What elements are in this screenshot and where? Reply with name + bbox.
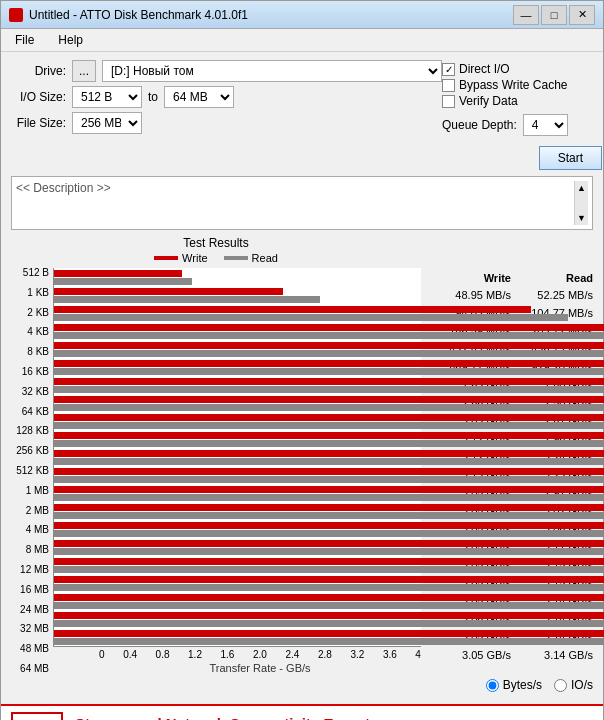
bar-row <box>54 610 421 628</box>
drive-label: Drive: <box>11 64 66 78</box>
write-legend: Write <box>154 252 207 264</box>
y-label: 12 MB <box>11 565 49 575</box>
title-controls: — □ ✕ <box>513 5 595 25</box>
bar-row <box>54 340 421 358</box>
bypass-cache-label: Bypass Write Cache <box>459 78 568 92</box>
write-bar <box>54 432 604 439</box>
y-label: 2 KB <box>11 308 49 318</box>
read-legend: Read <box>224 252 278 264</box>
io-to-label: to <box>148 90 158 104</box>
menu-help[interactable]: Help <box>52 31 89 49</box>
write-value: 3.05 GB/s <box>429 649 511 661</box>
bar-row <box>54 556 421 574</box>
bytes-radio-row: Bytes/s <box>486 678 542 692</box>
app-icon <box>9 8 23 22</box>
io-size-from-select[interactable]: 512 B <box>72 86 142 108</box>
x-label: 2.8 <box>318 649 332 660</box>
bar-row <box>54 358 421 376</box>
bars-area <box>53 268 421 647</box>
bar-row <box>54 430 421 448</box>
browse-button[interactable]: ... <box>72 60 96 82</box>
y-label: 256 KB <box>11 446 49 456</box>
footer-main-text: Storage and Network Connectivity Experts <box>75 715 378 721</box>
direct-io-checkbox[interactable]: ✓ <box>442 63 455 76</box>
queue-depth-select[interactable]: 4 <box>523 114 568 136</box>
description-scrollbar[interactable]: ▲ ▼ <box>574 181 588 225</box>
y-label: 48 MB <box>11 644 49 654</box>
io-size-to-select[interactable]: 64 MB <box>164 86 234 108</box>
read-bar <box>54 314 568 321</box>
y-label: 16 MB <box>11 585 49 595</box>
footer-text: Storage and Network Connectivity Experts… <box>75 715 378 721</box>
bar-row <box>54 448 421 466</box>
y-label: 512 B <box>11 268 49 278</box>
description-placeholder: << Description >> <box>16 181 111 195</box>
y-label: 32 MB <box>11 624 49 634</box>
y-label: 128 KB <box>11 426 49 436</box>
read-bar <box>54 620 604 627</box>
read-bar <box>54 458 604 465</box>
file-size-select[interactable]: 256 MB <box>72 112 142 134</box>
write-bar <box>54 576 604 583</box>
write-legend-color <box>154 256 178 260</box>
right-options: ✓ Direct I/O Bypass Write Cache Verify D… <box>442 60 602 170</box>
table-row: 48.95 MB/s52.25 MB/s <box>429 286 593 304</box>
start-button[interactable]: Start <box>539 146 602 170</box>
y-label: 8 KB <box>11 347 49 357</box>
write-bar <box>54 324 604 331</box>
bar-row <box>54 304 421 322</box>
chart-container: 512 B1 KB2 KB4 KB8 KB16 KB32 KB64 KB128 … <box>11 268 421 674</box>
y-label: 512 KB <box>11 466 49 476</box>
y-label: 1 MB <box>11 486 49 496</box>
y-label: 64 MB <box>11 664 49 674</box>
y-label: 24 MB <box>11 605 49 615</box>
bypass-cache-checkbox[interactable] <box>442 79 455 92</box>
x-axis-title: Transfer Rate - GB/s <box>53 662 421 674</box>
bypass-cache-row: Bypass Write Cache <box>442 78 602 92</box>
io-radio[interactable] <box>554 679 567 692</box>
x-axis-labels: 00.40.81.21.62.02.42.83.23.64 <box>53 647 421 662</box>
title-bar-left: Untitled - ATTO Disk Benchmark 4.01.0f1 <box>9 8 248 22</box>
verify-data-checkbox[interactable] <box>442 95 455 108</box>
read-value: 3.14 GB/s <box>511 649 593 661</box>
write-bar <box>54 612 604 619</box>
x-label: 4 <box>415 649 421 660</box>
y-label: 1 KB <box>11 288 49 298</box>
read-bar <box>54 584 604 591</box>
main-window: Untitled - ATTO Disk Benchmark 4.01.0f1 … <box>0 0 604 720</box>
write-value: 48.95 MB/s <box>429 289 511 301</box>
write-bar <box>54 450 604 457</box>
write-bar <box>54 468 604 475</box>
x-label: 1.6 <box>221 649 235 660</box>
write-bar <box>54 360 604 367</box>
bar-row <box>54 268 421 286</box>
bytes-radio[interactable] <box>486 679 499 692</box>
top-section: Drive: ... [D:] Новый том I/O Size: 512 … <box>11 60 593 170</box>
read-bar <box>54 422 604 429</box>
write-bar <box>54 270 182 277</box>
y-label: 64 KB <box>11 407 49 417</box>
bar-row <box>54 394 421 412</box>
read-bar <box>54 296 320 303</box>
bar-row <box>54 592 421 610</box>
write-bar <box>54 414 604 421</box>
minimize-button[interactable]: — <box>513 5 539 25</box>
y-label: 4 KB <box>11 327 49 337</box>
read-bar <box>54 278 192 285</box>
maximize-button[interactable]: □ <box>541 5 567 25</box>
chart-legend: Write Read <box>11 252 421 264</box>
read-bar <box>54 476 604 483</box>
bar-row <box>54 628 421 646</box>
write-bar <box>54 306 531 313</box>
read-bar <box>54 530 604 537</box>
x-label: 3.2 <box>350 649 364 660</box>
x-label: 0 <box>99 649 105 660</box>
footer: ATTO Storage and Network Connectivity Ex… <box>1 704 603 720</box>
drive-select[interactable]: [D:] Новый том <box>102 60 442 82</box>
close-button[interactable]: ✕ <box>569 5 595 25</box>
write-bar <box>54 396 604 403</box>
file-size-row: File Size: 256 MB <box>11 112 442 134</box>
menu-file[interactable]: File <box>9 31 40 49</box>
bar-row <box>54 484 421 502</box>
io-label: IO/s <box>571 678 593 692</box>
